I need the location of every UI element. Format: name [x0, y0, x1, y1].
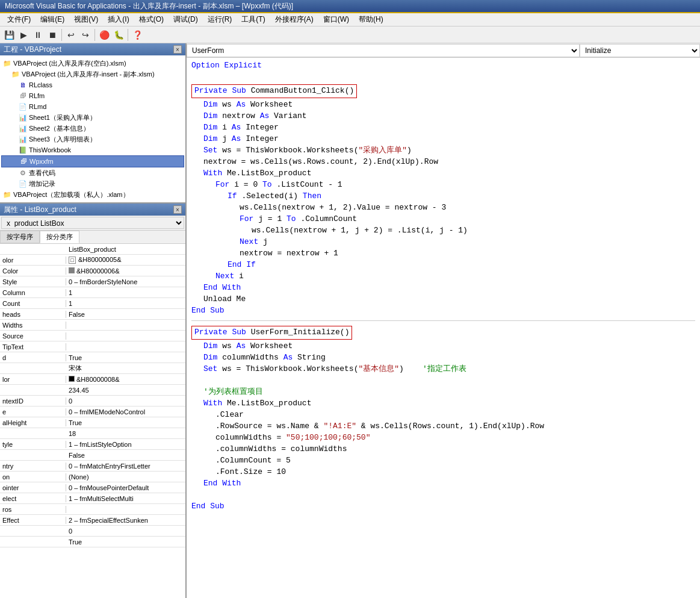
- module-icon-2: 📄: [18, 179, 28, 188]
- prop-row-enabled: d True: [0, 352, 185, 363]
- code-line-for-i: For i = 0 To .ListCount - 1: [191, 179, 695, 191]
- tree-item-addrec[interactable]: 📄 增加记录: [1, 178, 184, 189]
- tree-item-rlclass-label: RLclass: [29, 81, 52, 89]
- prop-val-imeid: 0: [66, 397, 185, 405]
- tree-item-rlmd[interactable]: 📄 RLmd: [1, 101, 184, 112]
- properties-close-btn[interactable]: ×: [173, 205, 182, 214]
- tb-save-btn[interactable]: 💾: [2, 28, 16, 42]
- menu-view[interactable]: 视图(V): [69, 13, 103, 26]
- tree-item-wpxxfm[interactable]: 🗊 Wpxxfm: [1, 155, 184, 167]
- tree-item-vba2[interactable]: 📁 VBAProject (出入库及库存-insert - 副本.xlsm): [1, 69, 184, 79]
- prop-label-enabled: d: [0, 354, 66, 361]
- tb-stop-btn[interactable]: ⏹: [46, 28, 59, 42]
- menu-insert[interactable]: 插入(I): [103, 13, 134, 26]
- code-procedure-selector[interactable]: Initialize: [580, 44, 700, 57]
- code-line-comment-listbox: '为列表框置项目: [191, 387, 695, 398]
- toolbar-sep-2: [94, 29, 95, 41]
- code-object-selector[interactable]: UserForm: [187, 44, 580, 57]
- tb-undo-btn[interactable]: ↩: [64, 28, 78, 42]
- code-line-cells-val: ws.Cells(nextrow + 1, 2).Value = nextrow…: [191, 202, 695, 214]
- tree-item-sheet1[interactable]: 📊 Sheet1（采购入库单）: [1, 112, 184, 123]
- prop-label-mousepointer: ointer: [0, 484, 66, 491]
- prop-val-tabindex: 0: [66, 528, 185, 535]
- tb-pause-btn[interactable]: ⏸: [31, 28, 45, 42]
- menu-addins[interactable]: 外接程序(A): [270, 13, 318, 26]
- tb-redo-btn[interactable]: ↪: [79, 28, 92, 42]
- prop-label-specialeffect: Effect: [0, 517, 66, 524]
- tb-run-btn[interactable]: ▶: [17, 28, 30, 42]
- prop-row-columnheads: heads False: [0, 309, 185, 320]
- class-icon: 🗎: [18, 80, 28, 90]
- prop-val-backcolor: □&H80000005&: [66, 256, 185, 264]
- tree-item-rlclass[interactable]: 🗎 RLclass: [1, 79, 184, 90]
- code-line-clear: .Clear: [191, 410, 695, 421]
- tree-item-thiswb[interactable]: 📗 ThisWorkbook: [1, 145, 184, 155]
- menu-file[interactable]: 文件(F): [2, 13, 36, 26]
- prop-label-imeid: ntextID: [0, 397, 66, 405]
- project-tree-scroll[interactable]: 📁 VBAProject (出入库及库存(空白).xlsm) 📁 VBAProj…: [0, 55, 185, 202]
- code-line-option: Option Explicit: [191, 60, 695, 72]
- menu-window[interactable]: 窗口(W): [318, 13, 354, 26]
- tree-item-vba3[interactable]: 📁 VBAProject（宏加载项（私人）.xlam）: [1, 189, 184, 200]
- prop-row-itemheight: 18: [0, 428, 185, 439]
- code-line-dim-j: Dim j As Integer: [191, 134, 695, 145]
- menu-help[interactable]: 帮助(H): [354, 13, 388, 26]
- prop-row-columnwidths: Widths: [0, 320, 185, 331]
- prop-label-integralheight: alHeight: [0, 419, 66, 426]
- props-tab-alpha[interactable]: 按字母序: [0, 231, 40, 243]
- menu-format[interactable]: 格式(O): [134, 13, 169, 26]
- project-tree: 📁 VBAProject (出入库及库存(空白).xlsm) 📁 VBAProj…: [0, 55, 185, 202]
- prop-row-name: ListBox_product: [0, 244, 185, 255]
- code-area[interactable]: Option Explicit Private Sub CommandButto…: [187, 58, 700, 598]
- prop-val-imemode: 0 – fmIMEModeNoControl: [66, 408, 185, 416]
- code-line-end-with2: End With: [191, 478, 695, 490]
- project-panel-title: 工程 - VBAProject: [4, 45, 61, 55]
- prop-val-height: 234.45: [66, 387, 185, 394]
- prop-row-boundcolumn: Column 1: [0, 287, 185, 298]
- toolbar: 💾 ▶ ⏸ ⏹ ↩ ↪ 🔴 🐛 ❓: [0, 26, 700, 43]
- tree-item-vba2-label: VBAProject (出入库及库存-insert - 副本.xlsm): [22, 70, 155, 79]
- props-tabs: 按字母序 按分类序: [0, 231, 185, 244]
- prop-row-controlsource: Source: [0, 331, 185, 341]
- menu-debug[interactable]: 调试(D): [169, 13, 203, 26]
- tree-item-sheet2[interactable]: 📊 Sheet2（基本信息）: [1, 123, 184, 134]
- project-panel-close[interactable]: ×: [173, 45, 182, 54]
- tb-break-btn[interactable]: 🔴: [98, 28, 111, 42]
- left-panel: 工程 - VBAProject × 📁 VBAProject (出入库及库存(空…: [0, 43, 187, 598]
- prop-label-rows: ros: [0, 506, 66, 513]
- prop-row-mousepointer: ointer 0 – fmMousePointerDefault: [0, 482, 185, 493]
- code-line-sub2: Private Sub UserForm_Initialize(): [194, 328, 349, 337]
- module-icon: 📄: [18, 102, 28, 111]
- tb-help-btn[interactable]: ❓: [131, 28, 144, 42]
- tree-item-viewcode[interactable]: ⚙ 查看代码: [1, 167, 184, 178]
- tree-item-vba1[interactable]: 📁 VBAProject (出入库及库存(空白).xlsm): [1, 58, 184, 69]
- code-line-dim-ws2: Dim ws As Worksheet: [191, 341, 695, 352]
- tree-item-rlfm[interactable]: 🗊 RLfm: [1, 90, 184, 101]
- prop-label-liststyle: tyle: [0, 441, 66, 448]
- prop-row-tabstop: True: [0, 537, 185, 547]
- toolbar-sep-3: [128, 29, 128, 41]
- menu-edit[interactable]: 编辑(E): [36, 13, 69, 26]
- code-line-blank2: [191, 375, 695, 387]
- tb-debug-btn[interactable]: 🐛: [112, 28, 125, 42]
- menu-run[interactable]: 运行(R): [203, 13, 237, 26]
- code-line-cells-j: ws.Cells(nextrow + 1, j + 2) = .List(i, …: [191, 225, 695, 237]
- prop-val-liststyle: 1 – fmListStyleOption: [66, 441, 185, 448]
- form-icon: 🗊: [18, 91, 28, 101]
- menu-tools[interactable]: 工具(T): [237, 13, 270, 26]
- prop-row-locked: False: [0, 450, 185, 461]
- tree-item-addrec-label: 增加记录: [29, 179, 55, 188]
- color-swatch-1: [69, 267, 75, 273]
- tree-item-sheet3[interactable]: 📊 Sheet3（入库明细表）: [1, 134, 184, 145]
- code-line-end-sub1: End Sub: [191, 305, 695, 317]
- prop-val-forecolor2: &H80000008&: [66, 376, 185, 383]
- prop-row-forecolor2: lor &H80000008&: [0, 374, 185, 385]
- prop-row-tabindex: 0: [0, 526, 185, 537]
- folder-icon-3: 📁: [2, 190, 12, 199]
- sub2-header-box: Private Sub UserForm_Initialize(): [191, 326, 352, 340]
- props-object-selector[interactable]: x_product ListBox: [1, 217, 184, 229]
- tree-item-wpxxfm-label: Wpxxfm: [29, 158, 54, 165]
- props-tab-category[interactable]: 按分类序: [40, 231, 79, 243]
- prop-val-mousepointer: 0 – fmMousePointerDefault: [66, 484, 185, 491]
- code-line-next-j: Next j: [191, 237, 695, 248]
